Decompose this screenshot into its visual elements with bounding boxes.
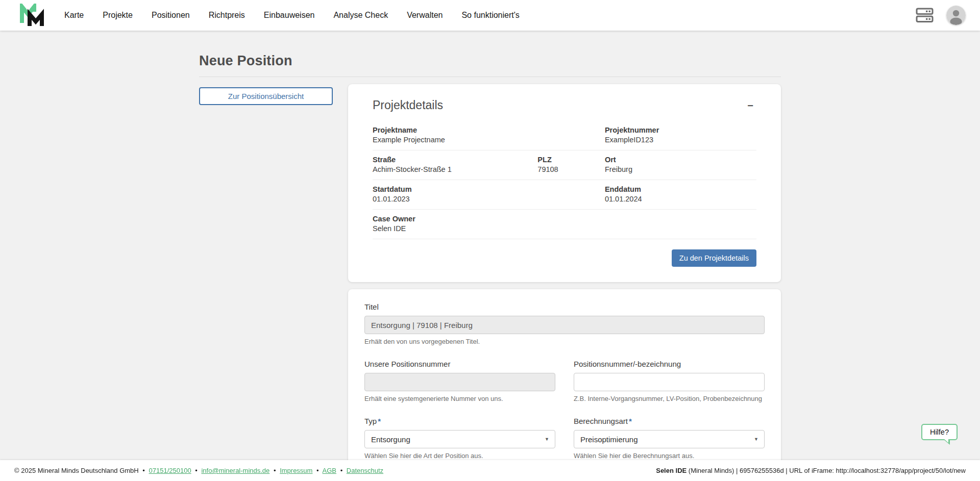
separator-dot: •	[340, 467, 343, 474]
navbar-right-controls	[916, 6, 966, 25]
title-divider	[199, 77, 781, 77]
titel-label: Titel	[364, 302, 765, 311]
field-label: Ort	[605, 156, 756, 164]
page-footer: © 2025 Mineral Minds Deutschland GmbH • …	[0, 460, 980, 481]
field-projektname: Projektname Example Projectname	[373, 126, 605, 144]
field-value: Freiburg	[605, 165, 756, 173]
table-row: Startdatum 01.01.2023 Enddatum 01.01.202…	[373, 180, 756, 210]
nav-item-projekte[interactable]: Projekte	[103, 11, 133, 20]
typ-field-group: Typ* Entsorgung ▼ Wählen Sie hier die Ar…	[364, 417, 555, 460]
project-details-card: Projektdetails − Projektname Example Pro…	[348, 84, 781, 282]
server-stack-icon[interactable]	[916, 8, 934, 23]
separator-dot: •	[195, 467, 198, 474]
nav-item-analyse-check[interactable]: Analyse Check	[333, 11, 388, 20]
field-label: PLZ	[537, 156, 605, 164]
separator-dot: •	[142, 467, 145, 474]
field-value: 01.01.2024	[605, 195, 756, 203]
help-button[interactable]: Hilfe?	[921, 424, 958, 440]
nav-item-einbauweisen[interactable]: Einbauweisen	[264, 11, 315, 20]
berechnungsart-field-group: Berechnungsart* Preisoptimierung ▼ Wähle…	[574, 417, 765, 460]
chevron-down-icon: ▼	[754, 437, 758, 442]
nav-item-so-funktionierts[interactable]: So funktioniert's	[461, 11, 519, 20]
footer-phone-link[interactable]: 07151/250100	[149, 467, 191, 474]
field-label: Case Owner	[373, 215, 605, 223]
berechnungsart-helper: Wählen Sie hier die Berechnungsart aus.	[574, 452, 765, 460]
required-asterisk: *	[629, 417, 632, 425]
field-value: Example Projectname	[373, 136, 605, 144]
berechnungsart-label-text: Berechnungsart	[574, 417, 628, 425]
separator-dot: •	[274, 467, 276, 474]
right-column: Projektdetails − Projektname Example Pro…	[348, 84, 781, 481]
new-position-form-card: Titel Erhält den von uns vorgegebenen Ti…	[348, 289, 781, 481]
field-value: ExampleID123	[605, 136, 756, 144]
field-label: Projektname	[373, 126, 605, 134]
position-number-label: Positionsnummer/-bezeichnung	[574, 360, 765, 368]
field-value: Achim-Stocker-Straße 1	[373, 165, 537, 173]
berechnungsart-selected-value: Preisoptimierung	[580, 435, 638, 444]
required-asterisk: *	[378, 417, 381, 425]
left-column: Zur Positionsübersicht	[199, 84, 333, 481]
position-number-input[interactable]	[574, 373, 765, 391]
nav-item-richtpreis[interactable]: Richtpreis	[209, 11, 245, 20]
position-number-field-group: Positionsnummer/-bezeichnung Z.B. Intern…	[574, 360, 765, 402]
mineral-minds-logo-icon[interactable]	[19, 4, 46, 27]
go-to-project-details-button[interactable]: Zu den Projektdetails	[672, 249, 756, 267]
footer-session-text: (Mineral Minds) | 69576255536d | URL of …	[687, 467, 966, 474]
typ-select[interactable]: Entsorgung ▼	[364, 430, 555, 448]
field-enddatum: Enddatum 01.01.2024	[605, 185, 756, 203]
field-projektnummer: Projektnummer ExampleID123	[605, 126, 756, 144]
typ-label: Typ*	[364, 417, 555, 425]
footer-datenschutz-link[interactable]: Datenschutz	[347, 467, 383, 474]
position-number-helper: Z.B. Interne-Vorgangsnummer, LV-Position…	[574, 395, 765, 402]
collapse-icon[interactable]: −	[744, 98, 756, 113]
field-strasse: Straße Achim-Stocker-Straße 1	[373, 156, 537, 173]
footer-impressum-link[interactable]: Impressum	[280, 467, 312, 474]
footer-agb-link[interactable]: AGB	[323, 467, 336, 474]
nav-item-verwalten[interactable]: Verwalten	[407, 11, 443, 20]
copyright-text: © 2025 Mineral Minds Deutschland GmbH	[14, 467, 139, 474]
nav-item-karte[interactable]: Karte	[64, 11, 84, 20]
field-value: Selen IDE	[373, 224, 605, 233]
back-to-positions-button[interactable]: Zur Positionsübersicht	[199, 87, 333, 105]
table-row: Straße Achim-Stocker-Straße 1 PLZ 79108 …	[373, 150, 756, 180]
project-details-title: Projektdetails	[373, 98, 443, 112]
user-avatar-icon[interactable]	[946, 6, 966, 25]
titel-input	[364, 316, 765, 334]
field-value: 01.01.2023	[373, 195, 605, 203]
field-case-owner: Case Owner Selen IDE	[373, 215, 605, 233]
typ-selected-value: Entsorgung	[371, 435, 410, 444]
table-row: Case Owner Selen IDE	[373, 210, 756, 239]
project-details-table: Projektname Example Projectname Projektn…	[373, 121, 756, 239]
field-label: Projektnummer	[605, 126, 756, 134]
our-position-number-label: Unsere Positionsnummer	[364, 360, 555, 368]
our-position-number-input	[364, 373, 555, 391]
field-startdatum: Startdatum 01.01.2023	[373, 185, 605, 203]
footer-user-name: Selen IDE	[656, 467, 687, 474]
field-label: Startdatum	[373, 185, 605, 193]
main-navigation: Karte Projekte Positionen Richtpreis Ein…	[64, 11, 520, 20]
typ-helper: Wählen Sie hier die Art der Position aus…	[364, 452, 555, 460]
titel-helper: Erhält den von uns vorgegebenen Titel.	[364, 338, 765, 345]
field-label: Straße	[373, 156, 537, 164]
main-content: Neue Position Zur Positionsübersicht Pro…	[199, 31, 781, 481]
field-ort: Ort Freiburg	[605, 156, 756, 173]
our-position-number-helper: Erhält eine systemgenerierte Nummer von …	[364, 395, 555, 402]
field-label: Enddatum	[605, 185, 756, 193]
berechnungsart-select[interactable]: Preisoptimierung ▼	[574, 430, 765, 448]
nav-item-positionen[interactable]: Positionen	[152, 11, 190, 20]
field-plz: PLZ 79108	[537, 156, 605, 173]
footer-session-info: Selen IDE (Mineral Minds) | 69576255536d…	[656, 467, 966, 474]
footer-left: © 2025 Mineral Minds Deutschland GmbH • …	[14, 467, 383, 474]
our-position-number-field-group: Unsere Positionsnummer Erhält eine syste…	[364, 360, 555, 402]
field-value: 79108	[537, 165, 605, 173]
top-navbar: Karte Projekte Positionen Richtpreis Ein…	[0, 0, 980, 31]
separator-dot: •	[316, 467, 319, 474]
table-row: Projektname Example Projectname Projektn…	[373, 121, 756, 150]
berechnungsart-label: Berechnungsart*	[574, 417, 765, 425]
page-title: Neue Position	[199, 53, 781, 69]
footer-email-link[interactable]: info@mineral-minds.de	[201, 467, 270, 474]
typ-label-text: Typ	[364, 417, 377, 425]
chevron-down-icon: ▼	[545, 437, 549, 442]
titel-field-group: Titel Erhält den von uns vorgegebenen Ti…	[364, 302, 765, 345]
